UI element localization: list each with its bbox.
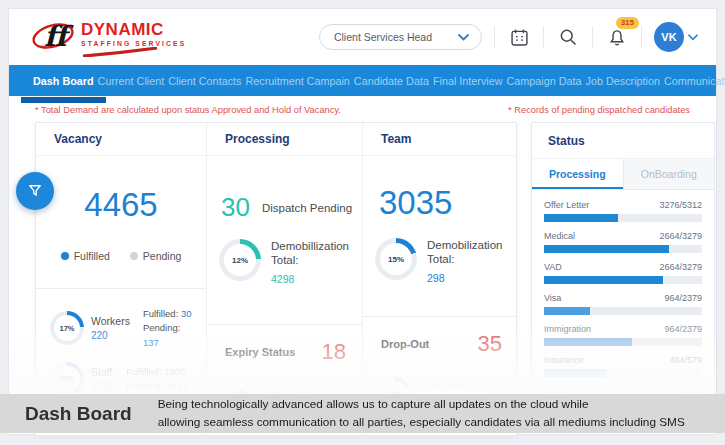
progress-track xyxy=(544,338,702,346)
drop-out-count: 35 xyxy=(478,331,502,357)
status-row-visa: Visa964/2379 xyxy=(544,293,702,315)
avatar: VK xyxy=(654,22,684,52)
status-tabs: Processing OnBoarding xyxy=(532,159,714,190)
team-title: Team xyxy=(363,123,518,156)
caption-strip: Dash Board Being technologically advance… xyxy=(0,394,725,433)
svg-text:ff: ff xyxy=(44,20,74,53)
status-row-medical: Medical2664/3279 xyxy=(544,231,702,253)
notes-row: * Total Demand are calculated upon statu… xyxy=(9,96,716,122)
search-icon[interactable] xyxy=(556,25,580,49)
dispatch-pending-label: Dispatch Pending xyxy=(262,202,352,214)
nav-item-campaign-data[interactable]: Campaign Data xyxy=(505,67,584,95)
workers-value: 220 xyxy=(91,330,130,341)
processing-title: Processing xyxy=(207,123,362,156)
progress-fill xyxy=(544,245,669,253)
demobilization-total: Demobillization Total: 4298 xyxy=(271,239,362,286)
nav-item-job-description[interactable]: Job Description xyxy=(584,67,662,95)
status-row-vad: VAD2664/3279 xyxy=(544,262,702,284)
calendar-icon[interactable] xyxy=(507,25,531,49)
notification-count-badge: 315 xyxy=(616,17,639,29)
divider xyxy=(543,26,544,48)
top-header: ff DYNAMIC STAFFING SERVICES Client Serv… xyxy=(9,9,716,65)
status-row-insurance: Insurance464/579 xyxy=(544,355,702,377)
app-window: ff DYNAMIC STAFFING SERVICES Client Serv… xyxy=(8,8,717,435)
nav-item-dash-board[interactable]: Dash Board xyxy=(31,67,96,95)
legend-fulfilled: Fulfilled xyxy=(61,250,110,262)
workers-fulfilled-pending: Fulfilled: 30 Pending: 137 xyxy=(143,307,192,350)
tab-onboarding[interactable]: OnBoarding xyxy=(624,159,715,189)
vacancy-total: 4465 xyxy=(36,156,206,224)
workers-row: 17% Workers 220 Fulfilled: 30 Pending: 1… xyxy=(48,301,194,356)
progress-track xyxy=(544,307,702,315)
team-total: 3035 xyxy=(379,184,518,222)
company-logo: ff DYNAMIC STAFFING SERVICES xyxy=(31,17,186,57)
dashboard-content: Vacancy 4465 Fulfilled Pending xyxy=(9,122,716,436)
kpi-panel: Vacancy 4465 Fulfilled Pending xyxy=(35,122,517,436)
progress-fill xyxy=(544,276,663,284)
progress-track xyxy=(544,245,702,253)
divider xyxy=(641,26,642,48)
nav-item-recruitment-campain[interactable]: Recruitment Campain xyxy=(243,67,351,95)
legend-pending: Pending xyxy=(130,250,182,262)
status-card: Status Processing OnBoarding Offer Lette… xyxy=(531,122,715,428)
progress-fill xyxy=(544,307,590,315)
workers-donut-chart: 17% xyxy=(50,311,84,345)
tab-processing[interactable]: Processing xyxy=(532,159,624,189)
progress-track xyxy=(544,369,702,377)
staff-label: Staff xyxy=(91,366,113,378)
caption-text: Being technologically advanced allows us… xyxy=(158,396,685,430)
status-title: Status xyxy=(532,123,714,159)
role-dropdown-value: Client Services Head xyxy=(334,31,432,43)
legend-dot-pending xyxy=(130,252,138,260)
status-row-immigration: Immigration964/2379 xyxy=(544,324,702,346)
divider xyxy=(494,26,495,48)
staff-fulfilled-pending: Fulfilled: 1805 Pending: 3443 xyxy=(126,365,187,394)
progress-fill xyxy=(544,338,632,346)
logo-swirl-icon: ff xyxy=(31,17,77,55)
nav-item-final-interview[interactable]: Final Interview xyxy=(431,67,505,95)
status-row-offer-letter: Offer Letter3276/5312 xyxy=(544,200,702,222)
progress-fill xyxy=(544,214,618,222)
logo-title: DYNAMIC xyxy=(81,21,186,38)
role-dropdown[interactable]: Client Services Head xyxy=(319,24,482,50)
main-nav: Dash Board Current Client Client Contact… xyxy=(9,65,716,96)
progress-fill xyxy=(544,369,607,377)
vacancy-title: Vacancy xyxy=(36,123,206,156)
note-pending-dispatched: * Records of pending dispatched candidat… xyxy=(508,105,690,115)
dispatch-pending-count: 30 xyxy=(221,192,250,223)
team-card: Team 3035 15% Demobilization Total: 298 xyxy=(362,123,518,435)
progress-track xyxy=(544,276,702,284)
progress-track xyxy=(544,214,702,222)
divider xyxy=(592,26,593,48)
expiry-status-count: 18 xyxy=(322,339,346,365)
nav-item-current-client[interactable]: Current Client xyxy=(96,67,167,95)
logo-swoosh xyxy=(81,47,159,57)
user-menu[interactable]: VK xyxy=(654,22,698,52)
team-demobilization-donut-chart: 15% xyxy=(375,238,417,280)
staff-donut-chart: 43% xyxy=(50,362,84,396)
nav-item-communication-logs[interactable]: Communication Logs xyxy=(662,67,725,95)
nav-item-candidate-data[interactable]: Candidate Data xyxy=(352,67,431,95)
nav-item-client-contacts[interactable]: Client Contacts xyxy=(166,67,243,95)
demobilization-donut-chart: 12% xyxy=(219,239,261,281)
legend-dot-fulfilled xyxy=(61,252,69,260)
vacancy-card: Vacancy 4465 Fulfilled Pending xyxy=(36,123,206,435)
notifications-bell-icon[interactable]: 315 xyxy=(605,25,629,49)
workers-label: Workers xyxy=(91,315,130,327)
caption-title: Dash Board xyxy=(25,403,132,425)
filter-funnel-icon xyxy=(26,182,44,200)
chevron-down-icon xyxy=(458,34,469,41)
processing-card: Processing 30 Dispatch Pending 12% Demob… xyxy=(206,123,362,435)
note-total-demand: * Total Demand are calculated upon statu… xyxy=(35,105,341,115)
expiry-status-label: Expiry Status xyxy=(225,346,295,358)
logo-subtitle: STAFFING SERVICES xyxy=(81,40,186,47)
team-demobilization-total: Demobilization Total: 298 xyxy=(427,238,518,285)
chevron-down-icon xyxy=(688,34,698,41)
drop-out-label: Drop-Out xyxy=(381,338,429,350)
filter-button[interactable] xyxy=(16,172,54,210)
staff-value: 4208 xyxy=(91,381,113,392)
